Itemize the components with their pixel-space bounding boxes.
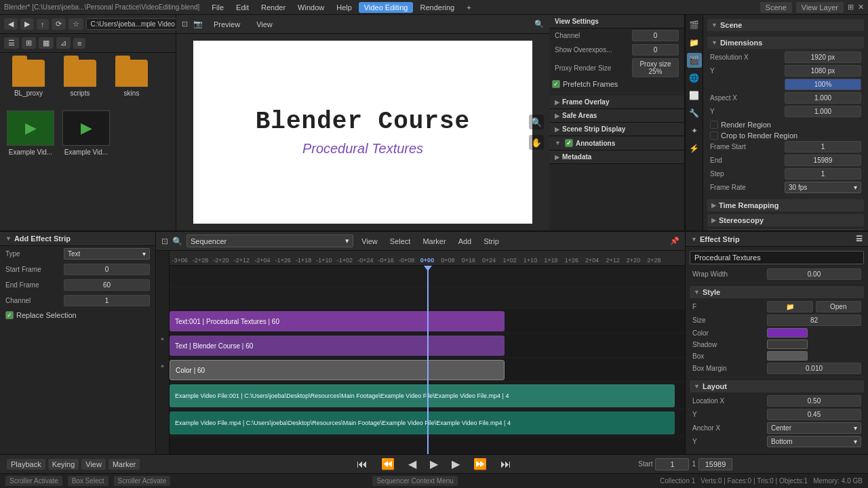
nav-back-button[interactable]: ◀ bbox=[4, 18, 18, 30]
safe-areas-header[interactable]: ▶ Safe Areas bbox=[549, 109, 684, 123]
view-icons-button[interactable]: ▦ bbox=[39, 37, 54, 49]
preview-zoom-in-icon[interactable]: 🔍 bbox=[529, 115, 544, 129]
frame-step-value[interactable]: 1 bbox=[785, 168, 861, 180]
channel-value[interactable]: 0 bbox=[632, 30, 679, 41]
view-settings-header[interactable]: View Settings bbox=[549, 15, 684, 28]
size-value[interactable]: 82 bbox=[767, 314, 861, 326]
workspace-rendering[interactable]: Rendering bbox=[414, 2, 460, 13]
location-x-value[interactable]: 0.50 bbox=[767, 395, 861, 407]
prefetch-frames-checkbox[interactable]: ✓ bbox=[552, 80, 560, 88]
jump-start-button[interactable]: ⏮ bbox=[353, 457, 372, 472]
preview-zoom-icon[interactable]: 🔍 bbox=[534, 20, 544, 28]
nav-up-button[interactable]: ↑ bbox=[37, 19, 49, 30]
scene-icon[interactable]: 🎬 bbox=[687, 53, 702, 68]
shadow-swatch[interactable] bbox=[767, 340, 808, 349]
aspect-y-value[interactable]: 1.000 bbox=[785, 106, 861, 117]
view-layer-selector[interactable]: View Layer bbox=[796, 2, 844, 13]
location-y-value[interactable]: 0.45 bbox=[767, 409, 861, 420]
play-button[interactable]: ▶ bbox=[426, 456, 442, 472]
effect-strip-options-icon[interactable]: ☰ bbox=[856, 235, 863, 243]
wrap-width-value[interactable]: 0.00 bbox=[767, 268, 861, 280]
resolution-y-value[interactable]: 1080 px bbox=[785, 65, 861, 77]
marker-dropdown[interactable]: Marker bbox=[108, 459, 140, 470]
maximize-icon[interactable]: ⊞ bbox=[848, 3, 854, 12]
frame-start-value[interactable]: 1 bbox=[785, 141, 861, 152]
seq-add-menu[interactable]: Add bbox=[454, 236, 476, 247]
box-margin-value[interactable]: 0.010 bbox=[767, 363, 861, 374]
view-dropdown[interactable]: View bbox=[81, 459, 106, 470]
object-icon[interactable]: ⬜ bbox=[687, 88, 702, 103]
box-select-btn[interactable]: Box Select bbox=[68, 476, 108, 486]
filter-button[interactable]: ⊿ bbox=[56, 37, 71, 49]
view-grid-button[interactable]: ⊞ bbox=[22, 37, 36, 49]
step-forward-button[interactable]: ▶ bbox=[448, 456, 464, 472]
menu-file[interactable]: File bbox=[206, 2, 229, 13]
workspace-add[interactable]: + bbox=[461, 2, 476, 13]
anchor-y-dropdown[interactable]: Bottom ▾ bbox=[767, 436, 861, 447]
show-overexpos-value[interactable]: 0 bbox=[632, 44, 679, 56]
anchor-x-dropdown[interactable]: Center ▾ bbox=[767, 422, 861, 434]
preview-hand-icon[interactable]: ✋ bbox=[529, 135, 544, 150]
font-open-value[interactable]: Open bbox=[816, 301, 862, 312]
start-frame-value[interactable]: 0 bbox=[64, 264, 150, 275]
preview-mode-icon[interactable]: ⊡ bbox=[182, 20, 188, 28]
folder-item-scripts[interactable]: scripts bbox=[58, 60, 102, 97]
path-input[interactable] bbox=[86, 18, 182, 30]
box-swatch[interactable] bbox=[767, 351, 808, 361]
stereoscopy-header[interactable]: ▶ Stereoscopy bbox=[707, 214, 864, 226]
seq-strip-menu[interactable]: Strip bbox=[479, 236, 503, 247]
nav-bookmark-button[interactable]: ☆ bbox=[68, 18, 83, 30]
physics-icon[interactable]: ⚡ bbox=[687, 141, 702, 156]
video-item-1[interactable]: ▶ Example Vid... bbox=[62, 110, 110, 156]
preview-mode-dropdown[interactable]: Preview bbox=[208, 19, 245, 30]
dimensions-header[interactable]: ▼ Dimensions bbox=[707, 37, 864, 49]
render-region-checkbox[interactable] bbox=[710, 121, 718, 129]
seq-context-btn[interactable]: Sequencer Context Menu bbox=[372, 476, 457, 486]
channel-value[interactable]: 1 bbox=[64, 295, 150, 306]
crop-render-checkbox[interactable] bbox=[710, 131, 718, 140]
scene-strip-display-header[interactable]: ▶ Scene Strip Display bbox=[549, 123, 684, 136]
strip-video-002[interactable]: Example Video File.mp4 | C:\Users\joeba\… bbox=[170, 411, 675, 434]
resolution-x-value[interactable]: 1920 px bbox=[785, 52, 861, 63]
preview-view-dropdown[interactable]: View bbox=[251, 19, 278, 30]
scene-header[interactable]: ▼ Scene bbox=[707, 19, 864, 31]
layout-header[interactable]: ▼ Layout bbox=[690, 380, 864, 392]
frame-end-value[interactable]: 15989 bbox=[785, 155, 861, 166]
world-icon[interactable]: 🌐 bbox=[687, 70, 702, 85]
strip-text-blender[interactable]: Text | Blender Course | 60 bbox=[170, 336, 505, 356]
strip-video-001[interactable]: Example Video File:001 | C:\Users\joeba\… bbox=[170, 384, 675, 407]
effect-name-field[interactable] bbox=[690, 251, 864, 264]
playhead[interactable] bbox=[427, 266, 429, 454]
jump-end-button[interactable]: ⏭ bbox=[496, 457, 515, 472]
annotations-checkbox[interactable]: ✓ bbox=[565, 139, 573, 147]
type-dropdown[interactable]: Text ▾ bbox=[64, 248, 150, 260]
particle-icon[interactable]: ✦ bbox=[687, 123, 702, 138]
seq-view-menu[interactable]: View bbox=[357, 236, 382, 247]
keying-dropdown[interactable]: Keying bbox=[48, 459, 79, 470]
strip-color[interactable]: Color | 60 bbox=[170, 360, 505, 380]
render-icon[interactable]: 🎬 bbox=[687, 18, 702, 33]
strip-text-001[interactable]: Text:001 | Procedural Textures | 60 bbox=[170, 311, 505, 331]
scroller-activate-2[interactable]: Scroller Activate bbox=[114, 476, 171, 486]
play-forward-button[interactable]: ⏩ bbox=[469, 456, 491, 472]
menu-edit[interactable]: Edit bbox=[231, 2, 254, 13]
playback-dropdown[interactable]: Playback bbox=[7, 459, 45, 470]
annotations-header[interactable]: ▼ ✓ Annotations bbox=[549, 136, 684, 150]
folder-item-bl-proxy[interactable]: BL_proxy bbox=[7, 60, 50, 97]
scroller-activate-1[interactable]: Scroller Activate bbox=[5, 476, 62, 486]
folder-item-skins[interactable]: skins bbox=[110, 60, 153, 97]
sort-button[interactable]: ≡ bbox=[73, 38, 85, 49]
video-item-0[interactable]: ▶ Example Vid... bbox=[7, 110, 54, 156]
menu-help[interactable]: Help bbox=[331, 2, 357, 13]
nav-refresh-button[interactable]: ⟳ bbox=[52, 18, 66, 30]
output-icon[interactable]: 📁 bbox=[687, 35, 702, 50]
frame-end[interactable]: 15989 bbox=[698, 458, 732, 470]
frame-current[interactable]: 1 bbox=[655, 458, 689, 470]
aspect-x-value[interactable]: 1.000 bbox=[785, 92, 861, 104]
nav-forward-button[interactable]: ▶ bbox=[20, 18, 34, 30]
preview-camera-icon[interactable]: 📷 bbox=[193, 20, 203, 28]
time-remapping-header[interactable]: ▶ Time Remapping bbox=[707, 199, 864, 211]
color-swatch[interactable] bbox=[767, 328, 808, 338]
play-backward-button[interactable]: ⏪ bbox=[377, 456, 399, 472]
seq-filter-icon[interactable]: 🔍 bbox=[172, 237, 182, 246]
